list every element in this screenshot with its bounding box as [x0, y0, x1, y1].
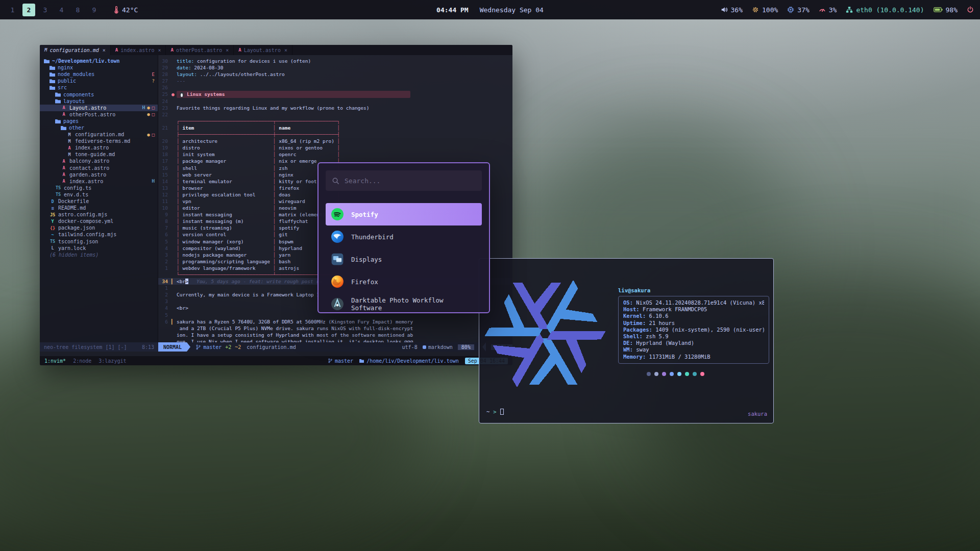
- tmux-window-1[interactable]: 1:nvim*: [44, 358, 66, 364]
- tree-item[interactable]: {}package.json: [40, 224, 158, 231]
- tab-configuration.md[interactable]: Mconfiguration.md×: [40, 45, 111, 55]
- tree-item[interactable]: Agarden.astro: [40, 171, 158, 178]
- git-branch-icon: [195, 344, 201, 350]
- workspace-3[interactable]: 3: [39, 4, 52, 16]
- gear-icon: [752, 6, 759, 13]
- fetch-line-wm: WM: sway: [623, 346, 764, 353]
- module-network[interactable]: eth0 (10.0.0.140): [846, 6, 924, 14]
- git-sign: ●: [172, 91, 177, 97]
- git-added: +2: [225, 344, 231, 350]
- tree-item-label: layouts: [63, 98, 85, 104]
- launcher-item-label: Thunderbird: [351, 233, 394, 241]
- search-input[interactable]: [345, 177, 476, 185]
- launcher-item-spotify[interactable]: Spotify: [326, 203, 482, 226]
- command-line: [40, 352, 512, 356]
- tmux-statusbar: 1:nvim*2:node3:lazygit master /home/liv/…: [40, 356, 512, 365]
- tree-item[interactable]: Mconfiguration.md●□: [40, 131, 158, 138]
- tree-item[interactable]: Mtone-guide.md: [40, 151, 158, 158]
- tree-item[interactable]: Mfediverse-terms.md: [40, 138, 158, 144]
- tree-item[interactable]: Ydocker-compose.yml: [40, 218, 158, 224]
- tree-item[interactable]: ~/Development/liv.town: [40, 58, 158, 64]
- buffer-line-text: date: 2024-08-30: [177, 64, 224, 71]
- folder-icon: [61, 126, 66, 130]
- clock[interactable]: 04:44 PM Wednesday Sep 04: [436, 6, 544, 14]
- tree-item[interactable]: Aindex.astroH: [40, 178, 158, 185]
- tree-item[interactable]: pages: [40, 118, 158, 124]
- tree-item-label: nginx: [58, 65, 73, 70]
- module-volume[interactable]: 36%: [721, 6, 743, 14]
- temperature-module[interactable]: 42°C: [114, 6, 138, 14]
- file-type-icon: ~: [50, 232, 56, 237]
- fetch-user-host: liv@sakura: [618, 287, 769, 293]
- tree-item[interactable]: node_modulesE: [40, 71, 158, 78]
- file-type-icon: A: [61, 112, 67, 117]
- tmux-window-3[interactable]: 3:lazygit: [99, 358, 126, 364]
- close-icon[interactable]: ×: [226, 47, 229, 53]
- sign-column: [172, 271, 177, 278]
- displays-icon: [331, 253, 344, 266]
- tree-item[interactable]: TSconfig.ts: [40, 185, 158, 191]
- launcher-item-thunderbird[interactable]: Thunderbird: [326, 226, 482, 248]
- file-type-icon: A: [115, 47, 118, 53]
- tree-item[interactable]: TSenv.d.ts: [40, 191, 158, 198]
- terminal-window[interactable]: liv@sakura OS: NixOS 24.11.20240828.71e9…: [479, 258, 774, 423]
- tree-item[interactable]: public?: [40, 78, 158, 84]
- tree-item[interactable]: (6 hidden items): [40, 252, 158, 258]
- tree-item[interactable]: src: [40, 84, 158, 91]
- tree-item[interactable]: DDockerfile: [40, 198, 158, 205]
- module-memory[interactable]: 37%: [787, 6, 809, 14]
- tree-item[interactable]: Lyarn.lock: [40, 245, 158, 252]
- workspace-4[interactable]: 4: [55, 4, 68, 16]
- shell-prompt[interactable]: ~ >: [486, 409, 504, 415]
- sign-column: [172, 105, 177, 111]
- tree-item[interactable]: other: [40, 124, 158, 131]
- filetype-indicator: markdown: [423, 344, 453, 350]
- module-battery[interactable]: 98%: [934, 6, 958, 14]
- workspace-1[interactable]: 1: [6, 4, 19, 16]
- tree-item[interactable]: nginx: [40, 64, 158, 71]
- tab-index.astro[interactable]: Aindex.astro×: [111, 45, 166, 55]
- tree-item[interactable]: Abalcony.astro: [40, 158, 158, 164]
- tree-item[interactable]: AotherPost.astro●□: [40, 111, 158, 118]
- tab-Layout.astro[interactable]: ALayout.astro×: [234, 45, 292, 55]
- tree-item[interactable]: ~tailwind.config.mjs: [40, 231, 158, 238]
- close-icon[interactable]: ×: [158, 47, 161, 53]
- tree-item[interactable]: ALayout.astroH●□: [40, 105, 158, 111]
- buffer-line-text: │ init system │ openrc │: [177, 151, 340, 158]
- launcher-item-darktable[interactable]: Darktable Photo Workflow Software: [326, 293, 482, 313]
- sign-column: [172, 205, 177, 211]
- tree-item[interactable]: components: [40, 91, 158, 97]
- buffer-line-text: │ distro │ nixos or gentoo │: [177, 144, 340, 151]
- module-power[interactable]: [967, 6, 974, 13]
- workspace-2[interactable]: 2: [22, 4, 35, 16]
- tab-otherPost.astro[interactable]: AotherPost.astro×: [166, 45, 234, 55]
- launcher-item-label: Firefox: [351, 278, 378, 286]
- tree-item[interactable]: JSastro.config.mjs: [40, 211, 158, 218]
- buffer-line: ┌────────────────────────────────┬──────…: [158, 118, 512, 124]
- workspace-8[interactable]: 8: [71, 4, 84, 16]
- penguin-icon: [180, 92, 184, 97]
- line-number: 21: [158, 124, 172, 131]
- tree-item[interactable]: Acontact.astro: [40, 165, 158, 171]
- folder-icon: [50, 79, 55, 83]
- launcher-item-displays[interactable]: Displays: [326, 248, 482, 270]
- tree-item[interactable]: layouts: [40, 98, 158, 105]
- launcher-item-firefox[interactable]: Firefox: [326, 270, 482, 293]
- tree-item-label: tsconfig.json: [58, 239, 98, 244]
- module-brightness[interactable]: 100%: [752, 6, 778, 14]
- launcher-searchbox[interactable]: [326, 170, 482, 191]
- palette-dot: [693, 372, 697, 376]
- tree-item[interactable]: Aindex.astro: [40, 144, 158, 151]
- workspace-9[interactable]: 9: [88, 4, 101, 16]
- close-icon[interactable]: ×: [284, 47, 287, 53]
- tmux-window-2[interactable]: 2:node: [73, 358, 91, 364]
- buffer-line: ├────────────────────────────────┼──────…: [158, 131, 512, 138]
- tree-item[interactable]: TStsconfig.json: [40, 238, 158, 245]
- buffer-line: 30title: configuration for devices i use…: [158, 58, 512, 64]
- module-cpu[interactable]: 3%: [819, 6, 837, 14]
- tree-item[interactable]: ≡README.md: [40, 205, 158, 211]
- close-icon[interactable]: ×: [103, 47, 106, 53]
- buffer-line-text: title: configuration for devices i use (…: [177, 58, 311, 64]
- file-type-icon: A: [66, 145, 72, 151]
- tree-item-badges: ●□: [147, 132, 155, 137]
